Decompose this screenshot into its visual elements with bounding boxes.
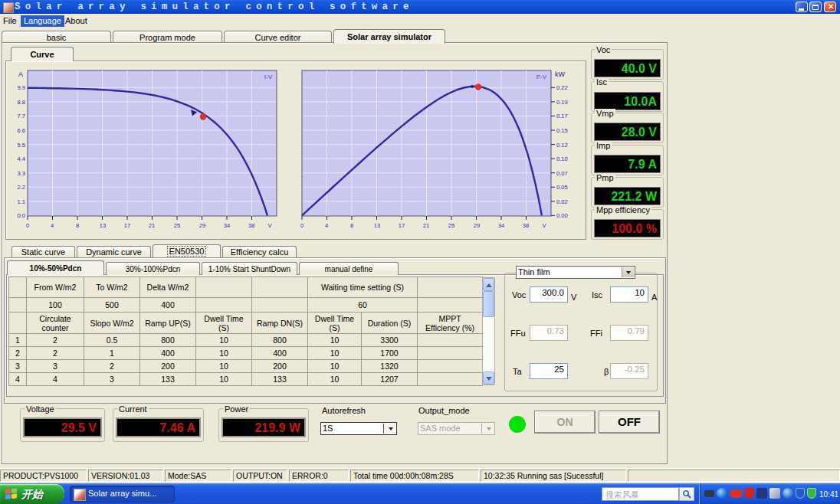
svg-text:V: V [542, 222, 546, 229]
svg-text:4: 4 [51, 222, 54, 229]
svg-text:13: 13 [374, 222, 380, 229]
svg-text:34: 34 [224, 222, 230, 229]
svg-text:0.12: 0.12 [556, 142, 568, 149]
svg-text:9.9: 9.9 [18, 84, 25, 91]
svg-text:21: 21 [423, 222, 429, 229]
svg-text:I-V: I-V [264, 74, 273, 80]
svg-text:0.22: 0.22 [556, 84, 568, 91]
svg-text:25: 25 [448, 222, 454, 229]
svg-text:38: 38 [248, 222, 254, 229]
svg-text:17: 17 [124, 222, 130, 229]
svg-text:3.3: 3.3 [18, 170, 25, 177]
svg-text:0.05: 0.05 [556, 184, 568, 191]
svg-text:21: 21 [149, 222, 155, 229]
svg-text:34: 34 [498, 222, 504, 229]
svg-text:0.00: 0.00 [556, 212, 568, 219]
svg-text:7.7: 7.7 [18, 113, 25, 119]
svg-text:0.07: 0.07 [556, 170, 568, 177]
svg-text:17: 17 [399, 222, 405, 229]
svg-text:kW: kW [555, 70, 566, 78]
svg-text:2.2: 2.2 [18, 184, 25, 191]
svg-text:0.17: 0.17 [556, 113, 568, 119]
svg-text:29: 29 [199, 222, 205, 229]
svg-text:8: 8 [350, 222, 353, 229]
svg-text:13: 13 [100, 222, 106, 229]
svg-text:4: 4 [325, 222, 328, 229]
svg-text:6.6: 6.6 [18, 127, 25, 134]
svg-text:38: 38 [523, 222, 529, 229]
svg-text:0: 0 [26, 222, 29, 229]
svg-text:0.19: 0.19 [556, 99, 568, 106]
svg-text:29: 29 [474, 222, 480, 229]
svg-text:0: 0 [300, 222, 304, 229]
svg-text:4.4: 4.4 [18, 155, 25, 162]
svg-text:25: 25 [174, 222, 180, 229]
svg-text:0.15: 0.15 [556, 127, 568, 134]
svg-text:0.0: 0.0 [18, 212, 25, 219]
svg-text:1.1: 1.1 [18, 198, 25, 205]
svg-text:0.10: 0.10 [556, 155, 568, 162]
svg-text:5.5: 5.5 [18, 142, 25, 149]
svg-text:8: 8 [76, 222, 79, 229]
svg-text:8.8: 8.8 [18, 99, 25, 106]
svg-text:0.02: 0.02 [556, 198, 568, 205]
svg-text:V: V [267, 222, 271, 229]
svg-text:P-V: P-V [536, 74, 547, 80]
svg-text:A: A [18, 70, 23, 78]
